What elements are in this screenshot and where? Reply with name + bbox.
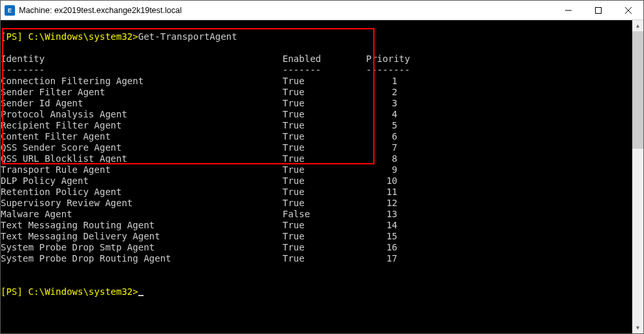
cell-enabled: True [283, 231, 366, 242]
cursor [138, 295, 144, 296]
table-row: Retention Policy AgentTrue11 [1, 187, 632, 198]
header-enabled: Enabled [283, 53, 366, 65]
maximize-icon [595, 7, 602, 14]
prompt2-ps: [PS] [1, 286, 28, 297]
cell-identity: Supervisory Review Agent [1, 198, 283, 209]
header-priority: Priority [366, 53, 397, 65]
cell-enabled: True [283, 120, 366, 131]
cell-enabled: True [283, 164, 366, 175]
app-window: E Machine: ex2019test.exchange2k19test.l… [0, 0, 644, 334]
console-content[interactable]: [PS] C:\Windows\system32>Get-TransportAg… [1, 20, 632, 333]
cell-enabled: False [283, 209, 366, 220]
cell-identity: System Probe Drop Smtp Agent [1, 242, 283, 253]
table-row: Transport Rule AgentTrue9 [1, 164, 632, 175]
cell-identity: Text Messaging Delivery Agent [1, 231, 283, 242]
table-row: Supervisory Review AgentTrue12 [1, 198, 632, 209]
cell-priority: 8 [366, 153, 397, 164]
cell-enabled: True [283, 87, 366, 98]
cell-priority: 16 [366, 242, 397, 253]
cell-identity: Recipient Filter Agent [1, 120, 283, 131]
app-icon: E [5, 5, 15, 16]
cell-identity: QSS Sender Score Agent [1, 142, 283, 153]
divider-priority: -------- [366, 65, 397, 76]
svg-rect-1 [596, 7, 602, 13]
cell-enabled: True [283, 187, 366, 198]
cell-priority: 7 [366, 142, 397, 153]
prompt-path: C:\Windows\system32> [28, 31, 138, 42]
cell-priority: 12 [366, 198, 397, 209]
table-row: Text Messaging Delivery AgentTrue15 [1, 231, 632, 242]
cell-priority: 5 [366, 120, 397, 131]
cell-enabled: True [283, 142, 366, 153]
cell-identity: Connection Filtering Agent [1, 76, 283, 87]
vertical-scrollbar[interactable]: ▲ ▼ [632, 20, 643, 333]
window-controls [553, 1, 643, 20]
cell-enabled: True [283, 253, 366, 264]
table-row: Content Filter AgentTrue6 [1, 131, 632, 142]
cell-priority: 6 [366, 131, 397, 142]
minimize-icon [565, 7, 572, 14]
cell-identity: QSS URL Blocklist Agent [1, 153, 283, 164]
cell-priority: 1 [366, 76, 397, 87]
close-icon [625, 7, 632, 14]
cell-identity: Sender Id Agent [1, 98, 283, 109]
table-row: Connection Filtering AgentTrue1 [1, 76, 632, 87]
cell-priority: 10 [366, 175, 397, 187]
cell-identity: Retention Policy Agent [1, 187, 283, 198]
cell-enabled: True [283, 98, 366, 109]
divider: ----------------------- [1, 65, 632, 76]
titlebar[interactable]: E Machine: ex2019test.exchange2k19test.l… [1, 1, 643, 20]
cell-priority: 3 [366, 98, 397, 109]
cell-priority: 4 [366, 109, 397, 120]
cell-enabled: True [283, 198, 366, 209]
scroll-down-arrow[interactable]: ▼ [632, 322, 643, 333]
cell-enabled: True [283, 220, 366, 231]
cell-enabled: True [283, 76, 366, 87]
headers: IdentityEnabledPriority [1, 53, 632, 65]
cell-identity: Content Filter Agent [1, 131, 283, 142]
table-row: Sender Id AgentTrue3 [1, 98, 632, 109]
table-row: System Probe Drop Smtp AgentTrue16 [1, 242, 632, 253]
window-title: Machine: ex2019test.exchange2k19test.loc… [19, 6, 553, 15]
cell-enabled: True [283, 131, 366, 142]
console-area[interactable]: [PS] C:\Windows\system32>Get-TransportAg… [1, 20, 643, 333]
maximize-button[interactable] [583, 1, 613, 20]
cell-enabled: True [283, 175, 366, 187]
table-row: Recipient Filter AgentTrue5 [1, 120, 632, 131]
cell-priority: 9 [366, 164, 397, 175]
table-row: DLP Policy AgentTrue10 [1, 175, 632, 187]
minimize-button[interactable] [553, 1, 583, 20]
cell-identity: System Probe Drop Routing Agent [1, 253, 283, 264]
cell-identity: Protocol Analysis Agent [1, 109, 283, 120]
prompt-command: Get-TransportAgent [138, 31, 238, 42]
cell-identity: Text Messaging Routing Agent [1, 220, 283, 231]
cell-priority: 11 [366, 187, 397, 198]
cell-priority: 13 [366, 209, 397, 220]
cell-priority: 2 [366, 87, 397, 98]
table-row: Protocol Analysis AgentTrue4 [1, 109, 632, 120]
cell-enabled: True [283, 153, 366, 164]
cell-identity: Malware Agent [1, 209, 283, 220]
table-row: Sender Filter AgentTrue2 [1, 87, 632, 98]
rows-container: Connection Filtering AgentTrue1Sender Fi… [1, 76, 632, 264]
cell-enabled: True [283, 109, 366, 120]
table-row: QSS Sender Score AgentTrue7 [1, 142, 632, 153]
divider-enabled: ------- [283, 65, 366, 76]
cell-priority: 17 [366, 253, 397, 264]
cell-enabled: True [283, 242, 366, 253]
cell-priority: 15 [366, 231, 397, 242]
cell-priority: 14 [366, 220, 397, 231]
close-button[interactable] [613, 1, 643, 20]
prompt-ps: [PS] [1, 31, 28, 42]
cell-identity: Sender Filter Agent [1, 87, 283, 98]
table-row: Malware AgentFalse13 [1, 209, 632, 220]
scroll-up-arrow[interactable]: ▲ [632, 20, 643, 31]
prompt2-path: C:\Windows\system32> [28, 286, 138, 297]
table-row: QSS URL Blocklist AgentTrue8 [1, 153, 632, 164]
divider-identity: -------- [1, 65, 283, 76]
cell-identity: DLP Policy Agent [1, 175, 283, 187]
header-identity: Identity [1, 53, 283, 65]
table-row: System Probe Drop Routing AgentTrue17 [1, 253, 632, 264]
cell-identity: Transport Rule Agent [1, 164, 283, 175]
scrollbar-thumb[interactable] [632, 31, 643, 149]
